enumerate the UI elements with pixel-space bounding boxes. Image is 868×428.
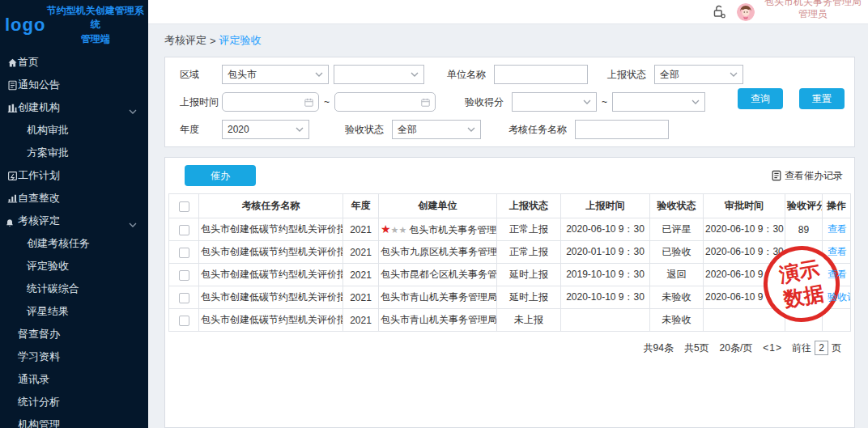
next-page-arrow[interactable]: > [776,342,781,354]
sidebar-item-label: 评星结果 [27,304,69,319]
prev-page-arrow[interactable]: < [763,342,768,354]
app-title-line2: 管理端 [45,32,145,46]
view-urge-records-link[interactable]: 查看催办记录 [771,169,843,183]
results-table: 考核任务名称年度创建单位上报状态上报时间验收状态审批时间验收评分操作 包头市创建… [168,193,851,332]
sidebar-item-通讯录[interactable]: 通讯录 [0,368,148,391]
row-checkbox-cell [169,309,199,332]
sidebar-menu: 首页通知公告创建机构机构审批方案审批工作计划自查整改考核评定创建考核任务评定验收… [0,49,148,428]
cell-approve-time [704,309,785,332]
action-link-查看[interactable]: 查看 [828,269,847,280]
goto-suffix: 页 [832,341,841,355]
content: 考核评定 > 评定验收 区域 包头市 单位名称 [148,24,868,428]
sidebar-item-创建机构[interactable]: 创建机构 [0,96,148,119]
row-checkbox[interactable] [179,248,189,258]
action-link-查看[interactable]: 查看 [828,246,847,257]
cell-approve-time: 2020-06-10 9：30 [704,218,785,241]
unlock-settings-icon[interactable] [711,4,727,19]
logo: logo [5,15,45,36]
menu-icon-placeholder [6,419,18,428]
row-checkbox-cell [169,264,199,286]
sidebar-item-label: 工作计划 [18,168,60,183]
sidebar-item-机构审批[interactable]: 机构审批 [0,119,148,142]
unit-name-input[interactable] [494,65,588,84]
cell-report-time: 2019-10-10 9：30 [561,264,650,286]
score-to-select[interactable] [612,92,705,112]
sidebar-item-考核评定[interactable]: 考核评定 [0,210,148,232]
sidebar-item-统计碳综合[interactable]: 统计碳综合 [0,278,148,300]
table-row: 包头市创建低碳节约型机关评价指标2021包头市昆都仑区机关事务管理局延时上报20… [169,264,851,286]
cell-accept-status: 未验收 [650,309,704,332]
menu-icon-placeholder [6,374,18,385]
sidebar-item-方案审批[interactable]: 方案审批 [0,142,148,164]
sidebar-item-机构管理[interactable]: 机构管理 [0,413,148,428]
cell-accept-status: 已验收 [650,241,704,264]
search-button[interactable]: 查询 [738,88,783,109]
sidebar-item-label: 通讯录 [18,372,49,387]
cell-report-time [561,309,650,332]
sidebar-item-首页[interactable]: 首页 [0,51,148,74]
user-info[interactable]: 包头市机关事务管理局 管理员 [764,0,862,20]
column-header-验收评分: 验收评分 [785,194,823,218]
sidebar-item-统计分析[interactable]: 统计分析 [0,391,148,413]
column-header-上报时间: 上报时间 [561,194,650,218]
sidebar-item-label: 方案审批 [27,146,69,160]
sidebar-item-评定验收[interactable]: 评定验收 [0,255,148,278]
pagination-pager: < 1 > [763,342,781,354]
sidebar-item-自查整改[interactable]: 自查整改 [0,187,148,210]
region-district-select[interactable] [334,65,424,84]
accept-status-value: 全部 [398,123,417,137]
table-header-row: 考核任务名称年度创建单位上报状态上报时间验收状态审批时间验收评分操作 [169,194,851,218]
year-select[interactable]: 2020 [222,120,309,139]
avatar[interactable] [737,3,755,21]
sidebar-item-学习资料[interactable]: 学习资料 [0,345,148,368]
pagination-per-page: 20条/页 [720,341,753,355]
row-checkbox[interactable] [179,293,189,303]
cell-unit: 包头市昆都仑区机关事务管理局 [379,264,497,286]
chevron-down-icon [691,100,700,104]
cell-year: 2021 [343,309,379,332]
cell-report-status: 正常上报 [497,241,561,264]
sidebar-item-label: 统计碳综合 [27,282,79,296]
sidebar-item-督查督办[interactable]: 督查督办 [0,323,148,345]
home-icon [6,57,18,68]
star-red-icon: ★ [381,222,391,235]
select-all-checkbox[interactable] [179,201,189,212]
report-status-select[interactable]: 全部 [654,65,743,84]
row-checkbox[interactable] [179,270,189,281]
filter-row-3: 年度 2020 验收状态 全部 考核任务名称 [180,116,845,143]
cell-accept-status: 退回 [650,264,704,286]
menu-icon-placeholder [6,351,18,362]
tilde: ~ [324,96,330,108]
action-link-查看[interactable]: 查看 [828,223,847,235]
app-title: 节约型机关创建管理系统 管理端 [45,4,145,46]
pagination-pages: 共5页 [684,341,709,355]
row-checkbox-cell [169,241,199,264]
region-city-select[interactable]: 包头市 [222,65,329,84]
reset-button[interactable]: 重置 [799,88,845,109]
chevron-down-icon [315,72,323,77]
row-checkbox[interactable] [179,316,189,326]
cell-report-time: 2020-06-10 9：30 [561,218,650,241]
cell-task: 包头市创建低碳节约型机关评价指标 [199,309,343,332]
breadcrumb-parent[interactable]: 考核评定 [164,33,206,48]
urge-button[interactable]: 催办 [185,165,256,186]
sidebar: logo 节约型机关创建管理系统 管理端 首页通知公告创建机构机构审批方案审批工… [0,0,148,428]
task-name-input[interactable] [575,120,669,139]
cell-year: 2021 [343,218,379,241]
table-row: 包头市创建低碳节约型机关评价指标2021包头市青山机关事务管理局未上报未验收 [169,309,851,332]
report-time-from-input[interactable] [222,92,319,112]
sidebar-item-评星结果[interactable]: 评星结果 [0,300,148,323]
column-header-上报状态: 上报状态 [497,194,561,218]
accept-status-select[interactable]: 全部 [392,120,481,139]
goto-page-input[interactable]: 2 [815,341,828,355]
sidebar-item-工作计划[interactable]: 工作计划 [0,164,148,187]
action-link-验收评分[interactable]: 验收评分 [828,291,851,303]
sidebar-item-通知公告[interactable]: 通知公告 [0,74,148,96]
row-checkbox[interactable] [179,225,189,235]
main-area: 包头市机关事务管理局 管理员 考核评定 > 评定验收 区域 包头市 [148,0,868,428]
report-time-to-input[interactable] [334,92,436,112]
score-from-select[interactable] [512,92,597,112]
cell-actions: 查看 [823,218,851,241]
chevron-down-icon [129,104,137,117]
sidebar-item-创建考核任务[interactable]: 创建考核任务 [0,232,148,255]
